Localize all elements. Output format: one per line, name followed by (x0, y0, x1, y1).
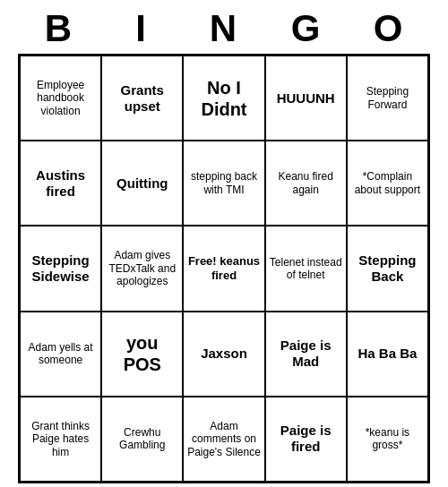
bingo-cell: Paige is fired (265, 397, 347, 482)
bingo-cell: Paige is Mad (265, 312, 347, 397)
title-letter-i: I (100, 7, 183, 50)
bingo-cell: *keanu is gross* (347, 397, 428, 482)
bingo-cell: Keanu fired again (265, 141, 347, 226)
bingo-cell: Adam comments on Paige's Silence (183, 397, 264, 482)
bingo-cell: Stepping Back (347, 226, 428, 311)
bingo-grid: Employee handbook violationGrants upsetN… (18, 54, 430, 483)
bingo-cell: Stepping Sidewise (20, 226, 101, 311)
title-letter-g: G (265, 7, 348, 50)
bingo-cell: Employee handbook violation (20, 56, 101, 141)
bingo-title: B I N G O (18, 7, 430, 50)
bingo-cell: Stepping Forward (347, 56, 428, 141)
title-letter-o: O (348, 7, 430, 50)
bingo-cell: Adam gives TEDxTalk and apologizes (101, 226, 183, 311)
bingo-cell: Crewhu Gambling (101, 397, 183, 482)
bingo-cell: Austins fired (20, 141, 101, 226)
title-letter-n: N (183, 7, 265, 50)
bingo-cell: you POS (101, 312, 183, 397)
bingo-cell: Free! keanus fired (183, 226, 264, 311)
bingo-cell: Grants upset (101, 56, 183, 141)
bingo-cell: Jaxson (183, 312, 264, 397)
bingo-cell: Telenet instead of telnet (265, 226, 347, 311)
bingo-cell: HUUUNH (265, 56, 347, 141)
bingo-cell: No I Didnt (183, 56, 264, 141)
bingo-cell: Grant thinks Paige hates him (20, 397, 101, 482)
bingo-cell: stepping back with TMI (183, 141, 264, 226)
title-letter-b: B (18, 7, 100, 50)
bingo-cell: Adam yells at someone (20, 312, 101, 397)
bingo-cell: Quitting (101, 141, 183, 226)
bingo-cell: *Complain about support (347, 141, 428, 226)
bingo-cell: Ha Ba Ba (347, 312, 428, 397)
